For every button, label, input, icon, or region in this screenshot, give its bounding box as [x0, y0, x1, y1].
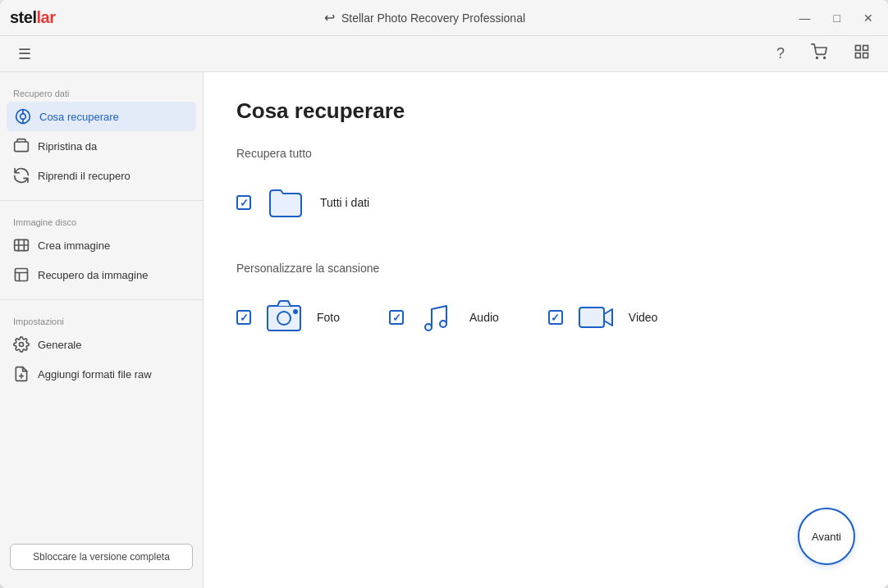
svg-rect-12 — [16, 269, 28, 281]
back-arrow-icon: ↩ — [324, 10, 335, 25]
tutti-dati-label: Tutti i dati — [320, 196, 369, 209]
cart-icon — [811, 43, 827, 60]
page-title: Cosa recuperare — [236, 98, 855, 124]
menu-button[interactable]: ☰ — [13, 42, 36, 66]
sidebar-label-riprendi: Riprendi il recupero — [38, 170, 130, 182]
title-bar-center: ↩ Stellar Photo Recovery Professional — [324, 10, 525, 25]
svg-rect-4 — [856, 53, 861, 58]
video-item: Video — [548, 296, 658, 339]
sidebar-section-immagine: Immagine disco — [0, 211, 203, 230]
svg-rect-2 — [856, 46, 861, 51]
sidebar-item-ripristina-da[interactable]: Ripristina da — [0, 131, 203, 161]
ripristina-icon — [13, 138, 30, 154]
foto-checkbox[interactable] — [236, 310, 251, 325]
svg-point-7 — [21, 114, 26, 120]
sidebar-label-crea-immagine: Crea immagine — [38, 239, 110, 252]
sidebar-item-riprendi-il-recupero[interactable]: Riprendi il recupero — [0, 161, 203, 190]
audio-icon — [415, 296, 458, 339]
maximize-button[interactable]: □ — [829, 8, 845, 28]
svg-rect-10 — [15, 142, 29, 152]
svg-point-0 — [817, 57, 818, 59]
svg-point-1 — [824, 57, 826, 59]
sidebar-label-recupero-immagine: Recupero da immagine — [38, 269, 148, 281]
app-logo: stellar — [10, 8, 55, 27]
generale-icon — [13, 336, 30, 353]
help-button[interactable]: ? — [771, 42, 790, 66]
sidebar-label-aggiungi-formati: Aggiungi formati file raw — [38, 368, 152, 381]
avanti-area: Avanti — [798, 508, 855, 565]
app-window: stellar ↩ Stellar Photo Recovery Profess… — [0, 0, 888, 588]
sidebar-label-generale: Generale — [38, 339, 81, 351]
grid-button[interactable] — [849, 40, 875, 67]
recover-all-label: Recupera tutto — [236, 147, 855, 160]
crea-immagine-icon — [13, 237, 30, 253]
audio-label: Audio — [469, 311, 499, 324]
customize-label: Personalizzare la scansione — [236, 262, 855, 275]
tutti-dati-icon — [264, 181, 307, 224]
svg-point-19 — [425, 324, 432, 330]
main-content: Cosa recuperare Recupera tutto Tutti i d… — [204, 72, 888, 588]
aggiungi-formati-icon — [13, 366, 30, 382]
foto-item: Foto — [236, 296, 340, 339]
video-checkbox[interactable] — [548, 310, 563, 325]
customize-row: Foto Audio — [236, 288, 855, 347]
recupero-immagine-icon — [13, 267, 30, 283]
sidebar: Recupero dati Cosa recuperare Ripristina… — [0, 72, 204, 588]
foto-icon — [263, 296, 305, 339]
svg-rect-21 — [579, 308, 604, 327]
app-title: Stellar Photo Recovery Professional — [341, 11, 525, 25]
video-label: Video — [629, 311, 658, 324]
body: Recupero dati Cosa recuperare Ripristina… — [0, 72, 888, 588]
avanti-button[interactable]: Avanti — [798, 508, 855, 565]
unlock-button[interactable]: Sbloccare la versione completa — [10, 544, 193, 570]
close-button[interactable]: ✕ — [858, 8, 878, 28]
video-icon — [574, 296, 617, 339]
sidebar-section-recupero: Recupero dati — [0, 82, 203, 102]
svg-point-20 — [440, 321, 446, 327]
sidebar-item-cosa-recuperare[interactable]: Cosa recuperare — [7, 102, 196, 131]
sidebar-item-aggiungi-formati[interactable]: Aggiungi formati file raw — [0, 359, 203, 389]
title-bar-left: stellar — [10, 8, 55, 27]
riprendi-icon — [13, 167, 30, 184]
svg-rect-5 — [863, 53, 868, 58]
foto-label: Foto — [317, 311, 340, 324]
sidebar-item-crea-immagine[interactable]: Crea immagine — [0, 230, 203, 260]
cart-button[interactable] — [806, 40, 832, 67]
title-bar: stellar ↩ Stellar Photo Recovery Profess… — [0, 0, 888, 36]
title-bar-right: — □ ✕ — [794, 8, 878, 28]
recover-all-row: Tutti i dati — [236, 173, 855, 232]
toolbar-left: ☰ — [13, 42, 36, 66]
minimize-button[interactable]: — — [794, 8, 816, 28]
sidebar-label-ripristina-da: Ripristina da — [38, 140, 97, 153]
toolbar: ☰ ? — [0, 36, 888, 72]
sidebar-item-generale[interactable]: Generale — [0, 330, 203, 359]
audio-checkbox[interactable] — [389, 310, 404, 325]
svg-rect-3 — [863, 46, 868, 51]
cosa-recuperare-icon — [15, 108, 31, 125]
sidebar-section-impostazioni: Impostazioni — [0, 310, 203, 330]
audio-item: Audio — [389, 296, 499, 339]
grid-icon — [854, 43, 870, 60]
svg-point-18 — [294, 310, 297, 313]
toolbar-right: ? — [771, 40, 875, 67]
sidebar-item-recupero-da-immagine[interactable]: Recupero da immagine — [0, 260, 203, 289]
tutti-dati-checkbox[interactable] — [236, 195, 251, 210]
sidebar-label-cosa-recuperare: Cosa recuperare — [39, 111, 119, 123]
svg-point-13 — [20, 343, 24, 347]
